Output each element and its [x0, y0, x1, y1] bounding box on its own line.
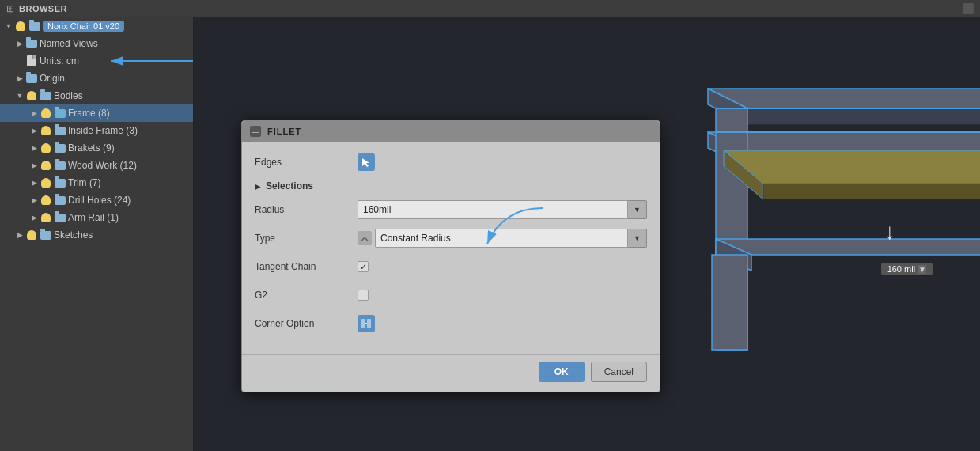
- svg-marker-22: [763, 184, 980, 199]
- svg-marker-10: [708, 89, 980, 108]
- sketches-label: Sketches: [54, 229, 93, 241]
- g2-checkbox[interactable]: [358, 290, 369, 301]
- bulb-icon-root: [14, 20, 27, 32]
- folder-icon-frame: [54, 107, 66, 119]
- units-label: Units: cm: [40, 55, 79, 66]
- sidebar-item-named-views[interactable]: Named Views: [0, 35, 193, 52]
- sidebar-item-units[interactable]: Units: cm: [0, 52, 193, 70]
- folder-icon-root: [28, 20, 41, 32]
- sidebar-item-bodies[interactable]: Bodies: [0, 87, 193, 104]
- radius-value: ▼: [358, 200, 647, 219]
- type-label: Type: [255, 233, 358, 244]
- corner-option-label: Corner Option: [255, 318, 358, 329]
- svg-marker-18: [716, 239, 980, 255]
- sidebar-item-drill-holes[interactable]: Drill Holes (24): [0, 191, 193, 209]
- arrow-annotation: [103, 51, 194, 73]
- dim-dropdown[interactable]: ▼: [918, 265, 926, 274]
- expand-arrow-frame[interactable]: [28, 108, 40, 119]
- radius-row: Radius ▼: [255, 199, 647, 220]
- svg-marker-25: [712, 255, 747, 350]
- main-content: Norix Chair 01 v20 Named Views Units: cm: [0, 17, 980, 451]
- edges-row: Edges: [255, 152, 647, 172]
- folder-icon-named-views: [25, 37, 38, 50]
- svg-rect-29: [361, 319, 365, 328]
- radius-input[interactable]: [358, 200, 628, 219]
- sidebar-item-trim[interactable]: Trim (7): [0, 174, 193, 191]
- bulb-icon-brakets: [40, 142, 52, 154]
- dialog-body: Edges ▶ Selections: [242, 142, 660, 354]
- tangent-chain-checkbox[interactable]: [358, 261, 369, 272]
- expand-arrow-brakets[interactable]: [28, 142, 40, 153]
- expand-arrow-origin[interactable]: [14, 73, 25, 84]
- dimension-label[interactable]: 160 mil ▼: [881, 263, 933, 275]
- corner-option-value: [358, 315, 647, 332]
- sidebar-item-origin[interactable]: Origin: [0, 70, 193, 87]
- tangent-chain-label: Tangent Chain: [255, 261, 358, 272]
- root-label: Norix Chair 01 v20: [43, 21, 124, 32]
- expand-arrow-trim[interactable]: [28, 177, 40, 188]
- corner-option-icon[interactable]: [358, 315, 375, 332]
- type-dropdown-button[interactable]: ▼: [628, 229, 647, 248]
- cancel-button[interactable]: Cancel: [591, 362, 647, 382]
- selections-label: Selections: [266, 180, 313, 191]
- corner-option-row: Corner Option: [255, 313, 647, 334]
- expand-arrow-drill-holes[interactable]: [28, 195, 40, 206]
- type-row: Type ▼: [255, 228, 647, 248]
- bulb-icon-sketches: [25, 229, 38, 241]
- cursor-selector-icon[interactable]: [358, 153, 375, 171]
- type-input[interactable]: [375, 229, 628, 248]
- frame-label: Frame (8): [68, 108, 110, 119]
- folder-icon-brakets: [54, 142, 66, 154]
- drill-holes-label: Drill Holes (24): [68, 195, 131, 206]
- selections-section[interactable]: ▶ Selections: [255, 180, 647, 191]
- svg-rect-30: [367, 319, 371, 328]
- g2-value: [358, 290, 647, 301]
- folder-icon-inside-frame: [54, 124, 66, 137]
- brakets-label: Brakets (9): [68, 142, 115, 153]
- sidebar-item-brakets[interactable]: Brakets (9): [0, 139, 193, 157]
- expand-arrow-arm-rail[interactable]: [28, 212, 40, 223]
- folder-icon-origin: [25, 72, 38, 85]
- sidebar-item-arm-rail[interactable]: Arm Rail (1): [0, 209, 193, 226]
- svg-marker-12: [747, 108, 980, 124]
- folder-icon-wood-work: [54, 159, 66, 172]
- browser-icon: ⊞: [6, 3, 14, 14]
- sidebar-panel: Norix Chair 01 v20 Named Views Units: cm: [0, 17, 194, 451]
- ok-button[interactable]: OK: [539, 362, 585, 382]
- expand-arrow-sketches[interactable]: [14, 229, 25, 241]
- expand-arrow-named-views[interactable]: [14, 38, 25, 49]
- radius-label: Radius: [255, 204, 358, 215]
- bulb-icon-wood-work: [40, 159, 52, 172]
- bulb-icon-frame: [40, 107, 52, 119]
- bulb-icon-trim: [40, 176, 52, 189]
- folder-icon-drill-holes: [54, 194, 66, 207]
- folder-icon-arm-rail: [54, 211, 66, 224]
- expand-arrow-bodies[interactable]: [14, 90, 25, 101]
- inside-frame-label: Inside Frame (3): [68, 125, 138, 136]
- type-icon: [358, 231, 372, 245]
- bulb-icon-arm-rail: [40, 211, 52, 224]
- dim-value: 160 mil: [887, 264, 915, 274]
- tangent-chain-row: Tangent Chain: [255, 256, 647, 277]
- dialog-minimize-button[interactable]: —: [250, 126, 261, 137]
- close-icon: —: [964, 4, 972, 13]
- dialog-footer: OK Cancel: [242, 354, 660, 392]
- sidebar-item-sketches[interactable]: Sketches: [0, 226, 193, 244]
- expand-arrow-wood-work[interactable]: [28, 160, 40, 171]
- sidebar-item-frame[interactable]: Frame (8): [0, 104, 193, 122]
- expand-arrow-inside-frame[interactable]: [28, 125, 40, 136]
- g2-row: G2: [255, 285, 647, 305]
- minus-icon: —: [252, 127, 259, 136]
- expand-arrow-root[interactable]: [3, 21, 14, 32]
- svg-marker-20: [724, 150, 980, 184]
- 3d-viewport[interactable]: ↓ 160 mil ▼ — FILLET Edges: [194, 17, 980, 451]
- sidebar-item-root[interactable]: Norix Chair 01 v20: [0, 17, 193, 35]
- edges-value: [358, 153, 647, 171]
- doc-icon-units: [25, 55, 38, 67]
- sidebar-item-wood-work[interactable]: Wood Work (12): [0, 157, 193, 174]
- title-bar-close-button[interactable]: —: [963, 3, 974, 14]
- dialog-titlebar: — FILLET: [242, 121, 660, 142]
- sidebar-item-inside-frame[interactable]: Inside Frame (3): [0, 122, 193, 139]
- radius-dropdown-button[interactable]: ▼: [628, 200, 647, 219]
- folder-icon-sketches: [40, 229, 52, 241]
